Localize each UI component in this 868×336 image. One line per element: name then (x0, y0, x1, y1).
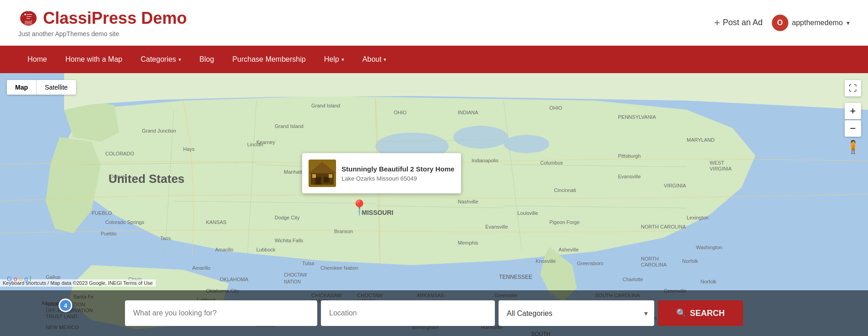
map-cluster-marker[interactable]: 4 (59, 299, 72, 312)
svg-text:VIRGINIA: VIRGINIA (710, 166, 732, 171)
svg-text:Cincinnati: Cincinnati (554, 187, 576, 193)
nav-link-categories[interactable]: Categories ▾ (131, 46, 190, 73)
google-logo: G o o g l e (7, 275, 32, 285)
map-type-controls: Map Satellite (7, 80, 76, 95)
nav-link-home[interactable]: Home (18, 46, 56, 73)
map-zoom-out-button[interactable]: − (845, 120, 861, 137)
svg-text:Pigeon Forge: Pigeon Forge (549, 219, 580, 225)
svg-text:Colorado Springs: Colorado Springs (105, 219, 144, 225)
site-tagline: Just another AppThemes demo site (18, 30, 187, 37)
svg-text:TENNESSEE: TENNESSEE (499, 274, 532, 280)
svg-rect-108 (315, 177, 321, 185)
nav-link-help[interactable]: Help ▾ (315, 46, 353, 73)
site-title-link[interactable]: ClassiPress Demo (18, 8, 187, 28)
nav-item-help: Help ▾ (315, 46, 353, 73)
svg-text:Lincoln: Lincoln (247, 142, 263, 147)
svg-text:Hays: Hays (183, 146, 195, 152)
svg-text:Louisville: Louisville (517, 210, 538, 216)
svg-text:KANSAS: KANSAS (206, 219, 227, 225)
svg-text:Tulsa: Tulsa (302, 261, 315, 266)
svg-point-6 (504, 135, 549, 153)
svg-text:VIRGINIA: VIRGINIA (664, 183, 686, 188)
svg-text:Lubbock: Lubbock (256, 247, 276, 252)
site-logo-icon (18, 8, 38, 28)
svg-text:Denver: Denver (110, 174, 126, 179)
map-listing-popup[interactable]: Stunningly Beautiful 2 Story Home Lake O… (302, 153, 461, 193)
svg-text:Dodge City: Dodge City (275, 215, 300, 220)
user-menu[interactable]: O appthemedemo ▾ (772, 15, 850, 31)
search-bar: All Categories Real Estate Vehicles Jobs… (0, 290, 868, 336)
site-branding: ClassiPress Demo Just another AppThemes … (18, 8, 187, 37)
user-name-label: appthemedemo (792, 19, 843, 27)
nav-link-about[interactable]: About ▾ (353, 46, 396, 73)
svg-text:Columbus: Columbus (540, 160, 563, 165)
svg-text:OHIO: OHIO (549, 105, 563, 111)
search-location-wrap (321, 300, 495, 326)
svg-text:OKLAHOMA: OKLAHOMA (220, 277, 249, 282)
about-chevron-icon: ▾ (384, 46, 386, 73)
svg-text:Pittsburgh: Pittsburgh (618, 153, 641, 159)
svg-text:Asheville: Asheville (559, 247, 579, 252)
svg-text:G
        o
        o
        : G o o g l e (7, 275, 32, 283)
post-ad-label: Post an Ad (723, 18, 763, 27)
svg-text:WEST: WEST (710, 160, 724, 165)
svg-text:NORTH: NORTH (641, 256, 659, 261)
svg-text:Amarillo: Amarillo (192, 265, 211, 271)
nav-link-home-map[interactable]: Home with a Map (56, 46, 132, 73)
svg-rect-109 (324, 177, 329, 182)
search-location-input[interactable] (321, 300, 495, 326)
svg-text:CAROLINA: CAROLINA (641, 262, 667, 267)
svg-text:COLORADO: COLORADO (105, 151, 134, 156)
fullscreen-icon: ⛶ (849, 84, 857, 93)
nav-item-categories: Categories ▾ (131, 46, 190, 73)
help-chevron-icon: ▾ (342, 46, 344, 73)
search-what-input[interactable] (125, 300, 317, 326)
svg-text:Evansville: Evansville (485, 224, 508, 229)
popup-location: Lake Ozarks Missouri 65049 (342, 175, 455, 182)
user-menu-chevron-icon: ▾ (846, 19, 850, 27)
svg-text:Knoxville: Knoxville (536, 258, 556, 264)
nav-item-purchase: Purchase Membership (223, 46, 315, 73)
map-fullscreen-button[interactable]: ⛶ (845, 80, 861, 96)
svg-text:INDIANA: INDIANA (458, 110, 478, 115)
map-type-satellite-button[interactable]: Satellite (37, 80, 76, 95)
nav-item-home: Home (18, 46, 56, 73)
search-category-select[interactable]: All Categories Real Estate Vehicles Jobs… (499, 300, 654, 326)
header-right: + Post an Ad O appthemedemo ▾ (714, 15, 850, 31)
popup-image-inner (309, 160, 336, 187)
nav-link-purchase[interactable]: Purchase Membership (223, 46, 315, 73)
site-header: ClassiPress Demo Just another AppThemes … (0, 0, 868, 46)
svg-text:Greensboro: Greensboro (577, 261, 603, 266)
nav-link-blog[interactable]: Blog (190, 46, 223, 73)
svg-text:Norfolk: Norfolk (682, 258, 698, 264)
svg-point-5 (453, 126, 508, 149)
svg-text:Cherokee Nation: Cherokee Nation (320, 265, 358, 271)
map-type-map-button[interactable]: Map (7, 80, 36, 95)
map-zoom-controls: + − (845, 103, 861, 138)
svg-text:Grand Island: Grand Island (275, 123, 304, 129)
svg-text:Wichita Falls: Wichita Falls (275, 238, 304, 243)
search-submit-button[interactable]: 🔍 SEARCH (658, 300, 743, 326)
map-pegman-icon[interactable]: 🧍 (845, 139, 861, 155)
svg-text:Evansville: Evansville (618, 174, 641, 179)
svg-text:Lexington: Lexington (687, 215, 709, 220)
svg-text:Indianapolis: Indianapolis (472, 158, 499, 163)
svg-text:Nashville: Nashville (458, 199, 478, 204)
categories-chevron-icon: ▾ (179, 46, 181, 73)
nav-list: Home Home with a Map Categories ▾ Blog P… (18, 46, 396, 73)
nav-item-about: About ▾ (353, 46, 396, 73)
svg-text:Pueblo: Pueblo (101, 231, 116, 236)
svg-text:PUEBLO: PUEBLO (92, 210, 112, 216)
map-pin-marker[interactable]: 📍 (350, 199, 369, 216)
svg-text:CHOCTAW: CHOCTAW (284, 272, 307, 277)
svg-text:Washington: Washington (696, 245, 722, 250)
user-avatar: O (772, 15, 788, 31)
map-container[interactable]: United States COLORADO PUEBLO KANSAS OKL… (0, 73, 868, 336)
search-icon: 🔍 (676, 308, 686, 318)
plus-icon: + (714, 17, 720, 29)
post-ad-button[interactable]: + Post an Ad (714, 17, 763, 29)
map-zoom-in-button[interactable]: + (845, 103, 861, 119)
site-nav: Home Home with a Map Categories ▾ Blog P… (0, 46, 868, 73)
svg-text:PENNSYLVANIA: PENNSYLVANIA (618, 114, 656, 120)
search-category-wrap: All Categories Real Estate Vehicles Jobs… (499, 300, 654, 326)
